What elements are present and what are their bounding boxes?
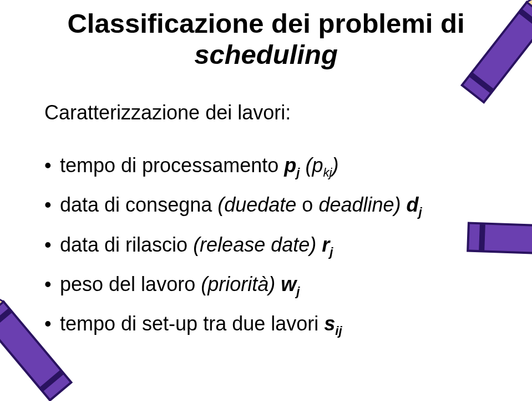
bullet-text: tempo di processamento <box>60 154 284 177</box>
list-item: tempo di processamento pj (pkj) <box>44 154 422 177</box>
svg-rect-7 <box>479 223 485 251</box>
list-item: data di rilascio (release date) rj <box>44 234 422 256</box>
subscript-ij: ij <box>335 324 342 338</box>
variable-d: d <box>401 193 419 216</box>
variable-w: w <box>275 273 296 295</box>
subscript-j: j <box>296 284 300 298</box>
title-line-2: scheduling <box>194 39 338 69</box>
paren-close: ) <box>332 154 339 177</box>
paren-text: (duedate <box>217 193 302 216</box>
subscript-j: j <box>419 205 422 219</box>
variable-r: r <box>316 233 330 256</box>
paren-text: (priorità) <box>201 273 275 295</box>
subscript-j: j <box>330 245 333 259</box>
variable-s: s <box>324 312 335 335</box>
list-item: tempo di set-up tra due lavori sij <box>44 313 422 335</box>
or-text: o <box>302 193 313 216</box>
paren-text-2: deadline) <box>313 193 401 216</box>
paren-open: (p <box>300 154 323 177</box>
list-item: peso del lavoro (priorità) wj <box>44 273 422 295</box>
bullet-list: tempo di processamento pj (pkj) data di … <box>44 154 422 353</box>
bullet-text: peso del lavoro <box>60 273 201 295</box>
bullet-text: tempo di set-up tra due lavori <box>60 312 324 335</box>
paren-text: (release date) <box>193 233 316 256</box>
list-item: data di consegna (duedate o deadline) dj <box>44 194 422 216</box>
title-line-1: Classificazione dei problemi di <box>67 8 464 38</box>
subscript-kj: kj <box>323 166 332 179</box>
bullet-text: data di consegna <box>60 193 217 216</box>
slide-subtitle: Caratterizzazione dei lavori: <box>44 101 291 124</box>
crayon-decoration-right <box>450 195 532 283</box>
slide-title: Classificazione dei problemi di scheduli… <box>0 8 532 71</box>
svg-rect-5 <box>468 223 532 255</box>
variable-p: p <box>284 154 296 177</box>
bullet-text: data di rilascio <box>60 233 193 256</box>
